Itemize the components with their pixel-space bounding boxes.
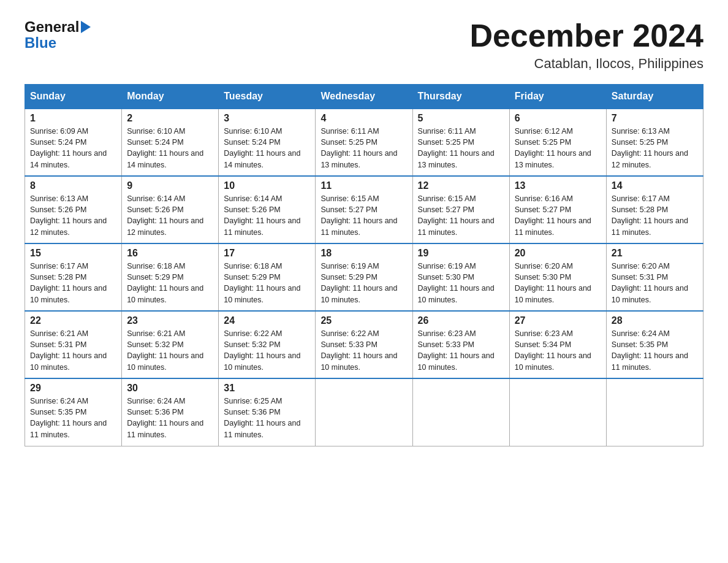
- table-row: 12 Sunrise: 6:15 AM Sunset: 5:27 PM Dayl…: [412, 176, 509, 243]
- day-info: Sunrise: 6:19 AM Sunset: 5:30 PM Dayligh…: [418, 261, 504, 305]
- col-sunday: Sunday: [25, 85, 122, 109]
- day-number: 29: [30, 383, 116, 394]
- table-row: 10 Sunrise: 6:14 AM Sunset: 5:26 PM Dayl…: [219, 176, 316, 243]
- day-number: 19: [418, 248, 504, 259]
- day-number: 23: [127, 315, 213, 326]
- day-number: 27: [515, 315, 601, 326]
- table-row: 19 Sunrise: 6:19 AM Sunset: 5:30 PM Dayl…: [412, 243, 509, 311]
- table-row: 31 Sunrise: 6:25 AM Sunset: 5:36 PM Dayl…: [219, 378, 316, 446]
- day-info: Sunrise: 6:11 AM Sunset: 5:25 PM Dayligh…: [320, 126, 407, 170]
- calendar-table: Sunday Monday Tuesday Wednesday Thursday…: [25, 84, 703, 446]
- day-number: 14: [612, 180, 698, 191]
- day-info: Sunrise: 6:17 AM Sunset: 5:28 PM Dayligh…: [612, 193, 698, 238]
- col-tuesday: Tuesday: [219, 85, 316, 109]
- day-number: 16: [127, 248, 213, 259]
- calendar-week-row: 29 Sunrise: 6:24 AM Sunset: 5:35 PM Dayl…: [25, 378, 703, 446]
- table-row: 28 Sunrise: 6:24 AM Sunset: 5:35 PM Dayl…: [606, 311, 703, 378]
- calendar-week-row: 1 Sunrise: 6:09 AM Sunset: 5:24 PM Dayli…: [25, 109, 703, 176]
- day-number: 20: [515, 248, 601, 259]
- day-info: Sunrise: 6:24 AM Sunset: 5:36 PM Dayligh…: [127, 396, 213, 440]
- logo-arrow-icon: [81, 21, 91, 33]
- table-row: 20 Sunrise: 6:20 AM Sunset: 5:30 PM Dayl…: [509, 243, 606, 311]
- day-number: 18: [320, 248, 407, 259]
- calendar-week-row: 22 Sunrise: 6:21 AM Sunset: 5:31 PM Dayl…: [25, 311, 703, 378]
- logo-general-text: General: [25, 18, 79, 36]
- table-row: 17 Sunrise: 6:18 AM Sunset: 5:29 PM Dayl…: [219, 243, 316, 311]
- day-number: 5: [418, 113, 504, 124]
- day-info: Sunrise: 6:09 AM Sunset: 5:24 PM Dayligh…: [30, 126, 116, 170]
- day-number: 13: [515, 180, 601, 191]
- table-row: 14 Sunrise: 6:17 AM Sunset: 5:28 PM Dayl…: [606, 176, 703, 243]
- day-info: Sunrise: 6:10 AM Sunset: 5:24 PM Dayligh…: [127, 126, 213, 170]
- table-row: 23 Sunrise: 6:21 AM Sunset: 5:32 PM Dayl…: [122, 311, 219, 378]
- table-row: 5 Sunrise: 6:11 AM Sunset: 5:25 PM Dayli…: [412, 109, 509, 176]
- table-row: 24 Sunrise: 6:22 AM Sunset: 5:32 PM Dayl…: [219, 311, 316, 378]
- table-row: [606, 378, 703, 446]
- table-row: 3 Sunrise: 6:10 AM Sunset: 5:24 PM Dayli…: [219, 109, 316, 176]
- day-number: 11: [320, 180, 407, 191]
- month-title: December 2024: [469, 18, 703, 53]
- table-row: [412, 378, 509, 446]
- day-info: Sunrise: 6:25 AM Sunset: 5:36 PM Dayligh…: [224, 396, 310, 440]
- table-row: [316, 378, 412, 446]
- day-info: Sunrise: 6:14 AM Sunset: 5:26 PM Dayligh…: [224, 193, 310, 238]
- day-number: 7: [612, 113, 698, 124]
- day-number: 9: [127, 180, 213, 191]
- day-info: Sunrise: 6:23 AM Sunset: 5:33 PM Dayligh…: [418, 328, 504, 373]
- table-row: [509, 378, 606, 446]
- day-info: Sunrise: 6:24 AM Sunset: 5:35 PM Dayligh…: [30, 396, 116, 440]
- day-number: 25: [320, 315, 407, 326]
- day-info: Sunrise: 6:11 AM Sunset: 5:25 PM Dayligh…: [418, 126, 504, 170]
- day-number: 21: [612, 248, 698, 259]
- day-info: Sunrise: 6:13 AM Sunset: 5:25 PM Dayligh…: [612, 126, 698, 170]
- table-row: 7 Sunrise: 6:13 AM Sunset: 5:25 PM Dayli…: [606, 109, 703, 176]
- day-info: Sunrise: 6:18 AM Sunset: 5:29 PM Dayligh…: [224, 261, 310, 305]
- logo: General Blue: [25, 18, 91, 52]
- day-info: Sunrise: 6:20 AM Sunset: 5:31 PM Dayligh…: [612, 261, 698, 305]
- day-info: Sunrise: 6:22 AM Sunset: 5:32 PM Dayligh…: [224, 328, 310, 373]
- day-info: Sunrise: 6:17 AM Sunset: 5:28 PM Dayligh…: [30, 261, 116, 305]
- day-number: 1: [30, 113, 116, 124]
- table-row: 18 Sunrise: 6:19 AM Sunset: 5:29 PM Dayl…: [316, 243, 412, 311]
- table-row: 8 Sunrise: 6:13 AM Sunset: 5:26 PM Dayli…: [25, 176, 122, 243]
- col-thursday: Thursday: [412, 85, 509, 109]
- table-row: 16 Sunrise: 6:18 AM Sunset: 5:29 PM Dayl…: [122, 243, 219, 311]
- day-number: 22: [30, 315, 116, 326]
- table-row: 4 Sunrise: 6:11 AM Sunset: 5:25 PM Dayli…: [316, 109, 412, 176]
- day-info: Sunrise: 6:23 AM Sunset: 5:34 PM Dayligh…: [515, 328, 601, 373]
- col-monday: Monday: [122, 85, 219, 109]
- table-row: 21 Sunrise: 6:20 AM Sunset: 5:31 PM Dayl…: [606, 243, 703, 311]
- day-number: 3: [224, 113, 310, 124]
- day-number: 12: [418, 180, 504, 191]
- logo-blue-text: Blue: [25, 34, 56, 52]
- location-title: Catablan, Ilocos, Philippines: [469, 56, 703, 72]
- table-row: 9 Sunrise: 6:14 AM Sunset: 5:26 PM Dayli…: [122, 176, 219, 243]
- day-number: 31: [224, 383, 310, 394]
- day-info: Sunrise: 6:20 AM Sunset: 5:30 PM Dayligh…: [515, 261, 601, 305]
- table-row: 2 Sunrise: 6:10 AM Sunset: 5:24 PM Dayli…: [122, 109, 219, 176]
- table-row: 22 Sunrise: 6:21 AM Sunset: 5:31 PM Dayl…: [25, 311, 122, 378]
- day-number: 8: [30, 180, 116, 191]
- calendar-week-row: 15 Sunrise: 6:17 AM Sunset: 5:28 PM Dayl…: [25, 243, 703, 311]
- table-row: 15 Sunrise: 6:17 AM Sunset: 5:28 PM Dayl…: [25, 243, 122, 311]
- day-number: 28: [612, 315, 698, 326]
- page-header: General Blue December 2024 Catablan, Ilo…: [25, 18, 703, 72]
- col-saturday: Saturday: [606, 85, 703, 109]
- table-row: 26 Sunrise: 6:23 AM Sunset: 5:33 PM Dayl…: [412, 311, 509, 378]
- day-number: 6: [515, 113, 601, 124]
- day-info: Sunrise: 6:13 AM Sunset: 5:26 PM Dayligh…: [30, 193, 116, 238]
- day-info: Sunrise: 6:14 AM Sunset: 5:26 PM Dayligh…: [127, 193, 213, 238]
- day-info: Sunrise: 6:22 AM Sunset: 5:33 PM Dayligh…: [320, 328, 407, 373]
- table-row: 11 Sunrise: 6:15 AM Sunset: 5:27 PM Dayl…: [316, 176, 412, 243]
- col-friday: Friday: [509, 85, 606, 109]
- day-info: Sunrise: 6:15 AM Sunset: 5:27 PM Dayligh…: [418, 193, 504, 238]
- table-row: 1 Sunrise: 6:09 AM Sunset: 5:24 PM Dayli…: [25, 109, 122, 176]
- day-info: Sunrise: 6:21 AM Sunset: 5:32 PM Dayligh…: [127, 328, 213, 373]
- table-row: 30 Sunrise: 6:24 AM Sunset: 5:36 PM Dayl…: [122, 378, 219, 446]
- day-info: Sunrise: 6:24 AM Sunset: 5:35 PM Dayligh…: [612, 328, 698, 373]
- table-row: 25 Sunrise: 6:22 AM Sunset: 5:33 PM Dayl…: [316, 311, 412, 378]
- table-row: 6 Sunrise: 6:12 AM Sunset: 5:25 PM Dayli…: [509, 109, 606, 176]
- day-number: 10: [224, 180, 310, 191]
- day-number: 26: [418, 315, 504, 326]
- day-number: 17: [224, 248, 310, 259]
